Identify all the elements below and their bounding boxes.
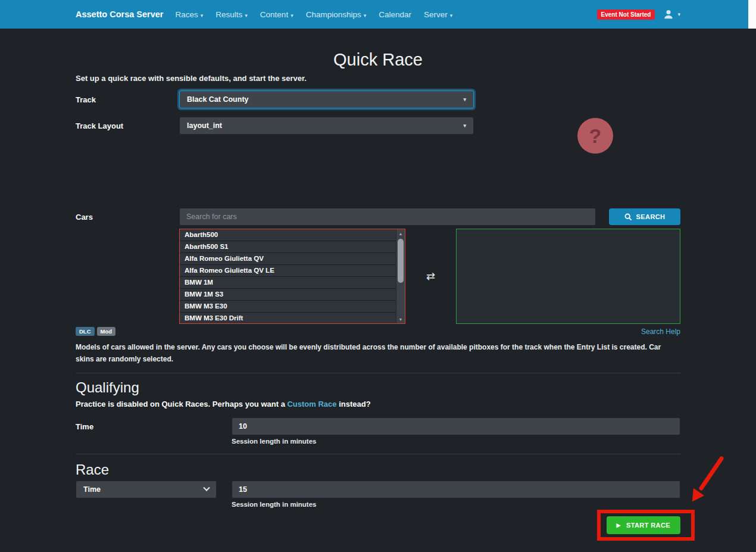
scroll-up-icon[interactable]: ▲ [396,229,405,238]
nav-menu: Races▾Results▾Content▾Championships▾Cale… [176,10,453,19]
start-race-label: START RACE [626,522,670,529]
car-option[interactable]: BMW M3 E30 [180,301,396,313]
qualifying-time-label: Time [76,417,232,431]
list-scrollbar[interactable]: ▲ ▼ [396,229,405,323]
car-option[interactable]: BMW M3 E30 Drift [180,313,396,323]
scroll-down-icon[interactable]: ▼ [396,315,405,323]
brand-title[interactable]: Assetto Corsa Server [76,10,164,19]
search-button[interactable]: SEARCH [609,208,680,225]
chevron-down-icon: ▾ [450,13,453,18]
nav-item-calendar[interactable]: Calendar [379,10,411,19]
qualifying-time-helper: Session length in minutes [232,438,680,445]
note-suffix: instead? [337,400,371,408]
car-search-input[interactable] [179,208,596,226]
track-select[interactable]: Black Cat County ▾ [179,91,474,108]
chevron-down-icon: ▾ [677,11,680,17]
track-layout-label: Track Layout [76,121,179,130]
swap-arrows-icon: ⇄ [426,270,435,283]
track-layout-select[interactable]: layout_int ▾ [179,117,474,135]
qualifying-heading: Qualifying [76,379,680,396]
search-button-label: SEARCH [636,213,666,220]
selected-cars-list[interactable] [456,229,680,324]
note-prefix: Practice is disabled on Quick Races. Per… [76,400,287,408]
qualifying-note: Practice is disabled on Quick Races. Per… [76,400,680,409]
question-mark-glyph: ? [589,124,602,148]
badge-dlc: DLC [76,327,95,336]
cars-label: Cars [76,213,179,222]
car-option[interactable]: Abarth500 [180,229,396,241]
car-option[interactable]: Alfa Romeo Giulietta QV LE [180,265,396,277]
chevron-down-icon: ▾ [245,13,248,18]
nav-item-content[interactable]: Content▾ [260,10,293,19]
chevron-down-icon: ▾ [364,13,367,18]
track-select-value: Black Cat County [187,95,249,104]
help-icon[interactable]: ? [577,118,613,154]
qualifying-time-input[interactable] [232,417,680,435]
browser-scrollbar[interactable] [748,0,756,29]
chevron-down-icon: ▾ [463,123,466,129]
race-type-value: Time [83,485,101,494]
cars-help-text: Models of cars allowed in the server. An… [76,341,680,365]
track-layout-select-value: layout_int [187,121,222,130]
scrollbar-track[interactable] [396,238,405,315]
navbar: Assetto Corsa Server Races▾Results▾Conte… [0,0,756,29]
nav-item-championships[interactable]: Championships▾ [306,10,367,19]
user-icon [663,8,674,20]
car-option[interactable]: BMW 1M S3 [180,289,396,301]
chevron-down-icon: ▾ [290,13,293,18]
divider [76,373,680,373]
nav-item-server[interactable]: Server▾ [424,10,452,19]
chevron-down-icon: ▾ [463,96,466,102]
car-option[interactable]: Abarth500 S1 [180,241,396,253]
nav-item-results[interactable]: Results▾ [215,10,248,19]
page-title: Quick Race [76,49,680,70]
custom-race-link[interactable]: Custom Race [287,400,336,408]
page-subtitle: Set up a quick race with sensible defaul… [76,74,680,83]
race-time-input[interactable] [232,481,680,498]
user-menu[interactable]: ▾ [663,8,680,20]
play-icon: ▶ [617,522,621,528]
race-time-helper: Session length in minutes [232,501,680,509]
available-cars-list[interactable]: Abarth500Abarth500 S1Alfa Romeo Giuliett… [179,229,405,324]
chevron-down-icon: ▾ [201,13,204,18]
chevron-down-icon [203,485,210,491]
race-type-select[interactable]: Time [76,481,217,498]
scrollbar-thumb[interactable] [398,239,404,283]
annotation-arrow [683,455,733,510]
divider [76,454,680,454]
car-option[interactable]: BMW 1M [180,277,396,289]
badge-mod: Mod [97,327,116,336]
search-icon [624,213,632,221]
race-heading: Race [76,461,680,478]
status-badge: Event Not Started [597,10,655,20]
start-race-button[interactable]: ▶ START RACE [607,516,680,534]
car-option[interactable]: Alfa Romeo Giulietta QV [180,253,396,265]
track-label: Track [76,95,179,104]
search-help-link[interactable]: Search Help [641,328,680,336]
nav-item-races[interactable]: Races▾ [176,10,204,19]
car-badges: DLCMod [76,327,115,336]
